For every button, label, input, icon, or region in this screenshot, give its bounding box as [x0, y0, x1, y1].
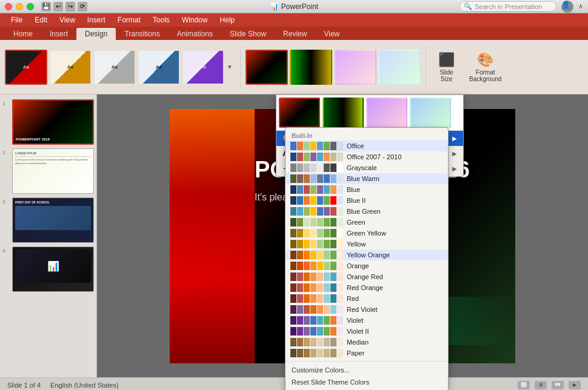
theme-thumb-r2[interactable] — [290, 50, 332, 85]
slide-size-button[interactable]: ⬛ SlideSize — [433, 50, 459, 85]
slide-sorter-button[interactable]: ⊞ — [535, 381, 547, 389]
color-row[interactable]: Office 2007 - 2010 — [286, 151, 448, 162]
slide-size-label: SlideSize — [439, 69, 453, 82]
menu-format[interactable]: Format — [112, 15, 147, 25]
menu-window[interactable]: Window — [176, 15, 214, 25]
colors-submenu: Built-In OfficeOffice 2007 - 2010Graysca… — [285, 127, 449, 390]
color-row[interactable]: Blue Warm — [286, 173, 448, 184]
menu-tools[interactable]: Tools — [147, 15, 176, 25]
slide-thumb-1: 1 POWERPOINT 2016 — [2, 99, 94, 145]
slide-size-icon: ⬛ — [438, 52, 455, 68]
reset-theme-colors[interactable]: Reset Slide Theme Colors — [286, 376, 448, 388]
color-row[interactable]: Red Orange — [286, 282, 448, 293]
slide-3[interactable]: FIRST DAY OF SCHOOL — [12, 197, 94, 243]
tab-insert[interactable]: Insert — [41, 28, 76, 40]
maximize-button[interactable] — [27, 3, 34, 10]
titlebar: 💾 ↩ ↪ ⟳ 📊 PowerPoint 🔍 Search in Present… — [0, 0, 588, 13]
color-row[interactable]: Orange — [286, 260, 448, 271]
dropdown-thumb-1[interactable] — [279, 98, 320, 128]
language-info: English (United States) — [50, 382, 119, 389]
menu-bar: File Edit View Insert Format Tools Windo… — [0, 13, 588, 27]
theme-thumb-4[interactable]: Aa — [138, 50, 180, 85]
color-row[interactable]: Violet — [286, 315, 448, 326]
dropdown-thumb-2[interactable] — [322, 98, 364, 128]
color-row[interactable]: Blue — [286, 184, 448, 195]
menu-file[interactable]: File — [5, 15, 28, 25]
slide-4[interactable]: 📊 — [12, 246, 94, 292]
slide-info: Slide 1 of 4 — [7, 382, 41, 389]
theme-thumbnails-right — [246, 50, 421, 85]
color-row[interactable]: Paper — [286, 348, 448, 359]
slide-number-3: 3 — [2, 197, 10, 205]
slide-number-4: 4 — [2, 246, 10, 254]
theme-thumb-r1[interactable] — [246, 50, 288, 85]
ribbon-content: Aa Aa Aa Aa Aa ▼ ⬛ — [0, 40, 588, 94]
submenu-header: Built-In — [286, 130, 448, 140]
color-row[interactable]: Yellow — [286, 239, 448, 250]
traffic-lights — [5, 3, 34, 10]
color-row[interactable]: Red Violet — [286, 304, 448, 315]
format-bg-icon: 🎨 — [477, 52, 493, 68]
colors-arrow-icon: ▶ — [452, 135, 457, 142]
minimize-button[interactable] — [16, 3, 23, 10]
tab-view[interactable]: View — [315, 28, 348, 40]
theme-thumbnails: Aa Aa Aa Aa Aa — [5, 50, 224, 85]
color-row[interactable]: Green Yellow — [286, 228, 448, 239]
color-row[interactable]: Blue Green — [286, 206, 448, 217]
color-row[interactable]: Grayscale — [286, 162, 448, 173]
reading-view-button[interactable]: 📖 — [552, 381, 564, 389]
tab-design[interactable]: Design — [76, 28, 116, 40]
format-bg-label: FormatBackground — [469, 69, 501, 82]
slide-1[interactable]: POWERPOINT 2016 — [12, 99, 94, 145]
customize-colors[interactable]: Customize Colors... — [286, 364, 448, 376]
menu-view[interactable]: View — [53, 15, 81, 25]
close-button[interactable] — [5, 3, 12, 10]
color-row[interactable]: Office — [286, 140, 448, 151]
status-left: Slide 1 of 4 English (United States) — [7, 382, 262, 389]
color-row[interactable]: Violet II — [286, 326, 448, 337]
menu-help[interactable]: Help — [214, 15, 241, 25]
slide-thumb-3: 3 FIRST DAY OF SCHOOL — [2, 197, 94, 243]
color-row[interactable]: Orange Red — [286, 271, 448, 282]
color-row[interactable]: Blue II — [286, 195, 448, 206]
submenu-divider — [286, 361, 448, 362]
undo-icon[interactable]: ↩ — [53, 2, 63, 12]
collapse-icon[interactable]: ∧ — [578, 2, 583, 10]
color-row[interactable]: Yellow Orange — [286, 250, 448, 260]
theme-thumb-2[interactable]: Aa — [49, 50, 92, 85]
menu-insert[interactable]: Insert — [81, 15, 112, 25]
tab-home[interactable]: Home — [5, 28, 41, 40]
search-box[interactable]: 🔍 Search in Presentation — [459, 1, 556, 12]
theme-scroll-arrow[interactable]: ▼ — [224, 50, 235, 85]
tab-transitions[interactable]: Transitions — [116, 28, 168, 40]
slide-2[interactable]: LOREM IPSUM Lorem ipsum dolor sit amet c… — [12, 148, 94, 194]
theme-thumb-r3[interactable] — [334, 50, 376, 85]
color-row[interactable]: Green — [286, 217, 448, 228]
search-icon: 🔍 — [464, 2, 472, 10]
dropdown-thumbs — [276, 95, 463, 131]
save-icon[interactable]: 💾 — [41, 2, 51, 12]
format-background-button[interactable]: 🎨 FormatBackground — [464, 50, 506, 85]
theme-thumb-1[interactable]: Aa — [5, 50, 47, 85]
theme-group: Aa Aa Aa Aa Aa ▼ — [5, 43, 235, 91]
redo-icon[interactable]: ↪ — [65, 2, 75, 12]
tab-animations[interactable]: Animations — [169, 28, 221, 40]
theme-thumb-3[interactable]: Aa — [93, 50, 136, 85]
normal-view-button[interactable]: ⬜ — [518, 381, 530, 389]
profile-icon[interactable]: 👤 — [561, 1, 573, 13]
fonts-arrow-icon: ▶ — [452, 150, 457, 157]
slide-number-1: 1 — [2, 99, 10, 107]
menu-edit[interactable]: Edit — [28, 15, 53, 25]
dropdown-thumb-4[interactable] — [410, 98, 451, 128]
repeat-icon[interactable]: ⟳ — [78, 2, 87, 12]
tab-slideshow[interactable]: Slide Show — [221, 28, 275, 40]
color-row[interactable]: Median — [286, 337, 448, 348]
ribbon-divider-1 — [240, 46, 241, 88]
color-row[interactable]: Red — [286, 293, 448, 304]
dropdown-thumb-3[interactable] — [366, 98, 407, 128]
slideshow-button[interactable]: ▶ — [569, 381, 581, 389]
theme-thumb-5[interactable]: Aa — [182, 50, 224, 85]
tab-review[interactable]: Review — [275, 28, 315, 40]
theme-thumb-r4[interactable] — [378, 50, 421, 85]
slide-thumb-2: 2 LOREM IPSUM Lorem ipsum dolor sit amet… — [2, 148, 94, 194]
